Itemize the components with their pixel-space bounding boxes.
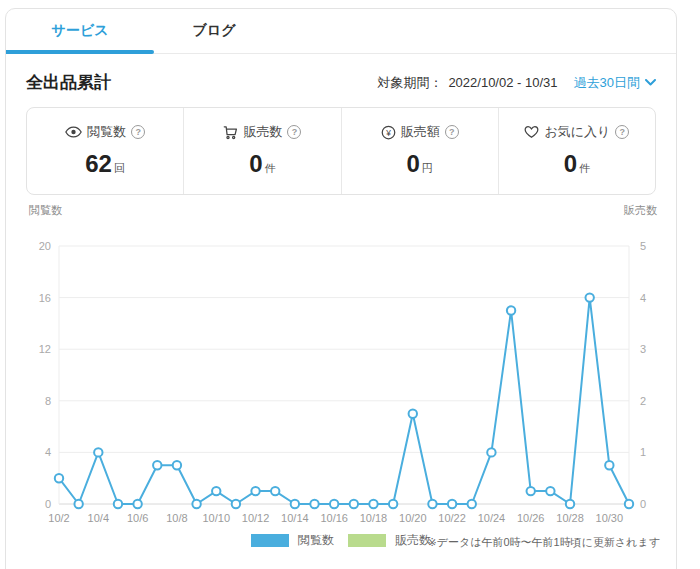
svg-text:20: 20 — [39, 240, 51, 252]
svg-text:10/28: 10/28 — [556, 512, 584, 524]
stat-views-label: 閲覧数 — [87, 123, 126, 141]
svg-text:2: 2 — [640, 395, 646, 407]
svg-text:10/14: 10/14 — [281, 512, 309, 524]
stat-favorites-unit: 件 — [579, 162, 590, 174]
legend-views: 閲覧数 — [251, 532, 334, 549]
stat-sales-count: 販売数 ? 0件 — [183, 108, 340, 194]
right-axis-title: 販売数 — [624, 203, 657, 218]
tab-blog-label: ブログ — [193, 22, 236, 40]
range-selector-button[interactable]: 過去30日間 — [574, 74, 656, 92]
stats-summary: 閲覧数 ? 62回 販売数 ? 0件 ¥ 販売額 ? 0円 お気に入り — [26, 107, 656, 195]
legend-views-label: 閲覧数 — [298, 532, 334, 549]
svg-text:3: 3 — [640, 343, 646, 355]
stat-sales-amount: ¥ 販売額 ? 0円 — [341, 108, 498, 194]
svg-text:10/6: 10/6 — [127, 512, 148, 524]
svg-text:10/24: 10/24 — [478, 512, 506, 524]
help-icon[interactable]: ? — [287, 125, 301, 139]
yen-icon: ¥ — [381, 125, 396, 140]
heart-icon — [524, 125, 539, 139]
range-selector-label: 過去30日間 — [574, 74, 640, 92]
svg-text:8: 8 — [45, 395, 51, 407]
stat-sales-count-unit: 件 — [265, 162, 276, 174]
legend-sales-label: 販売数 — [395, 532, 431, 549]
svg-text:10/30: 10/30 — [596, 512, 624, 524]
stat-sales-count-value: 0件 — [184, 150, 340, 178]
svg-text:10/26: 10/26 — [517, 512, 545, 524]
page-header: 全出品累計 対象期間： 2022/10/02 - 10/31 過去30日間 — [6, 54, 676, 107]
svg-text:4: 4 — [45, 446, 51, 458]
stat-views: 閲覧数 ? 62回 — [27, 108, 183, 194]
svg-text:10/2: 10/2 — [48, 512, 69, 524]
stat-sales-amount-value: 0円 — [342, 150, 498, 178]
stat-favorites-value: 0件 — [499, 150, 655, 178]
tab-bar: サービス ブログ — [6, 9, 676, 54]
legend-sales-swatch — [348, 534, 386, 547]
help-icon[interactable]: ? — [445, 125, 459, 139]
svg-text:16: 16 — [39, 292, 51, 304]
chart-legend: 閲覧数 販売数 — [251, 532, 431, 549]
period-info: 対象期間： 2022/10/02 - 10/31 過去30日間 — [377, 74, 656, 92]
chart-footer: 閲覧数 販売数 ※データは午前0時〜午前1時頃に更新されます — [19, 532, 663, 554]
cart-icon — [223, 125, 238, 140]
stat-views-value: 62回 — [27, 150, 183, 178]
stat-sales-count-label: 販売数 — [243, 123, 282, 141]
svg-text:10/16: 10/16 — [320, 512, 348, 524]
svg-text:10/18: 10/18 — [360, 512, 388, 524]
svg-text:5: 5 — [640, 240, 646, 252]
legend-views-swatch — [251, 534, 289, 547]
svg-text:1: 1 — [640, 446, 646, 458]
svg-text:10/10: 10/10 — [202, 512, 230, 524]
help-icon[interactable]: ? — [131, 125, 145, 139]
svg-text:10/8: 10/8 — [166, 512, 187, 524]
stat-sales-amount-label: 販売額 — [401, 123, 440, 141]
legend-sales: 販売数 — [348, 532, 431, 549]
svg-text:0: 0 — [640, 498, 646, 510]
stat-favorites: お気に入り ? 0件 — [498, 108, 655, 194]
svg-text:¥: ¥ — [385, 127, 391, 137]
svg-text:10/4: 10/4 — [88, 512, 109, 524]
svg-text:4: 4 — [640, 292, 646, 304]
chevron-down-icon — [645, 79, 656, 86]
tab-service[interactable]: サービス — [6, 9, 154, 53]
line-chart[interactable]: 04812162001234510/210/410/610/810/1010/1… — [19, 222, 663, 528]
tab-blog[interactable]: ブログ — [154, 9, 274, 53]
left-axis-title: 閲覧数 — [29, 203, 62, 218]
svg-text:10/22: 10/22 — [438, 512, 466, 524]
page-title: 全出品累計 — [26, 71, 111, 94]
eye-icon — [65, 126, 82, 138]
svg-text:10/20: 10/20 — [399, 512, 427, 524]
svg-text:0: 0 — [45, 498, 51, 510]
svg-text:10/12: 10/12 — [242, 512, 270, 524]
help-icon[interactable]: ? — [615, 125, 629, 139]
svg-text:12: 12 — [39, 343, 51, 355]
period-value: 2022/10/02 - 10/31 — [448, 75, 557, 90]
analytics-card: サービス ブログ 全出品累計 対象期間： 2022/10/02 - 10/31 … — [5, 8, 677, 569]
chart-section: 閲覧数 販売数 04812162001234510/210/410/610/81… — [6, 203, 676, 554]
stat-favorites-label: お気に入り — [544, 123, 610, 141]
stat-sales-amount-unit: 円 — [422, 162, 433, 174]
stat-views-unit: 回 — [114, 162, 125, 174]
update-footnote: ※データは午前0時〜午前1時頃に更新されます — [427, 535, 660, 550]
period-label: 対象期間： — [377, 74, 442, 92]
tab-service-label: サービス — [52, 22, 109, 40]
